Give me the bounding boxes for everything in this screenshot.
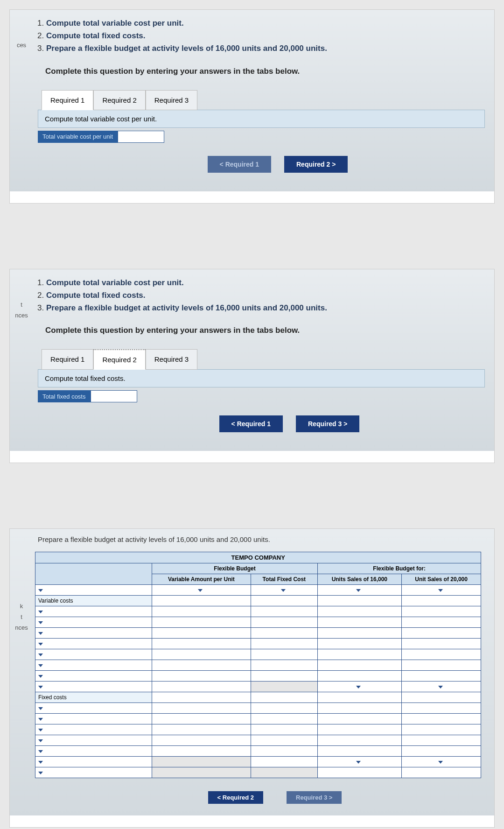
table-cell[interactable] [152,746,251,757]
table-cell[interactable] [251,660,317,671]
answer-input[interactable] [118,131,164,143]
table-cell[interactable] [152,671,251,681]
table-cell[interactable] [251,649,317,660]
table-cell[interactable] [401,724,481,735]
dropdown-cell[interactable] [35,757,152,767]
dropdown-cell[interactable] [251,585,317,596]
table-cell[interactable] [152,714,251,724]
table-cell[interactable] [317,703,401,714]
prev-button[interactable]: < Required 1 [219,415,283,432]
table-cell[interactable] [251,767,317,778]
table-cell[interactable] [317,617,401,628]
table-cell[interactable] [152,767,251,778]
table-cell[interactable] [401,746,481,757]
dropdown-cell[interactable] [317,681,401,692]
prev-button[interactable]: < Required 1 [208,156,271,173]
dropdown-cell[interactable] [35,671,152,681]
table-cell[interactable] [401,596,481,606]
next-button[interactable]: Required 3 > [296,415,359,432]
table-cell[interactable] [317,724,401,735]
table-cell[interactable] [401,606,481,617]
table-cell[interactable] [317,606,401,617]
table-cell[interactable] [251,606,317,617]
prev-button[interactable]: < Required 2 [208,791,263,804]
table-cell[interactable] [317,767,401,778]
table-cell[interactable] [317,714,401,724]
table-cell[interactable] [251,746,317,757]
dropdown-cell[interactable] [35,606,152,617]
table-cell[interactable] [401,692,481,703]
table-cell[interactable] [317,671,401,681]
table-cell[interactable] [317,660,401,671]
table-cell[interactable] [401,639,481,649]
answer-input[interactable] [91,390,137,402]
dropdown-cell[interactable] [35,660,152,671]
table-cell[interactable] [152,649,251,660]
table-cell[interactable] [401,714,481,724]
table-cell[interactable] [401,649,481,660]
table-cell[interactable] [401,660,481,671]
table-cell[interactable] [317,746,401,757]
dropdown-cell[interactable] [152,585,251,596]
dropdown-cell[interactable] [401,585,481,596]
table-cell[interactable] [251,735,317,746]
table-cell[interactable] [317,649,401,660]
table-cell[interactable] [401,628,481,639]
table-cell[interactable] [317,735,401,746]
dropdown-cell[interactable] [35,746,152,757]
table-cell[interactable] [317,692,401,703]
tab-required-1[interactable]: Required 1 [42,349,93,370]
next-button[interactable]: Required 2 > [284,156,348,173]
table-cell[interactable] [152,757,251,767]
table-cell[interactable] [152,596,251,606]
table-cell[interactable] [152,617,251,628]
table-cell[interactable] [251,596,317,606]
table-cell[interactable] [251,692,317,703]
dropdown-cell[interactable] [317,585,401,596]
dropdown-cell[interactable] [35,628,152,639]
tab-required-2[interactable]: Required 2 [93,90,145,110]
table-cell[interactable] [317,639,401,649]
dropdown-cell[interactable] [35,649,152,660]
tab-required-1[interactable]: Required 1 [42,90,93,110]
table-cell[interactable] [251,671,317,681]
table-cell[interactable] [251,617,317,628]
table-cell[interactable] [251,714,317,724]
table-cell[interactable] [152,660,251,671]
dropdown-cell[interactable] [317,757,401,767]
tab-required-3[interactable]: Required 3 [146,90,197,110]
table-cell[interactable] [152,639,251,649]
table-cell[interactable] [401,671,481,681]
dropdown-cell[interactable] [35,639,152,649]
table-cell[interactable] [251,724,317,735]
table-cell[interactable] [251,628,317,639]
dropdown-cell[interactable] [35,681,152,692]
dropdown-cell[interactable] [401,681,481,692]
dropdown-cell[interactable] [35,724,152,735]
table-cell[interactable] [317,628,401,639]
table-cell[interactable] [401,703,481,714]
table-cell[interactable] [152,628,251,639]
table-cell[interactable] [152,735,251,746]
table-cell[interactable] [401,767,481,778]
table-cell[interactable] [152,606,251,617]
dropdown-cell[interactable] [35,617,152,628]
dropdown-cell[interactable] [35,767,152,778]
table-cell[interactable] [401,735,481,746]
dropdown-cell[interactable] [35,703,152,714]
table-cell[interactable] [317,596,401,606]
tab-required-2[interactable]: Required 2 [93,349,145,370]
dropdown-cell[interactable] [35,735,152,746]
table-cell[interactable] [401,617,481,628]
table-cell[interactable] [251,703,317,714]
table-cell[interactable] [251,681,317,692]
table-cell[interactable] [152,692,251,703]
dropdown-cell[interactable] [401,757,481,767]
table-cell[interactable] [251,757,317,767]
dropdown-cell[interactable] [35,585,152,596]
table-cell[interactable] [152,703,251,714]
next-button[interactable]: Required 3 > [287,791,342,804]
table-cell[interactable] [251,639,317,649]
tab-required-3[interactable]: Required 3 [146,349,197,370]
table-cell[interactable] [152,724,251,735]
